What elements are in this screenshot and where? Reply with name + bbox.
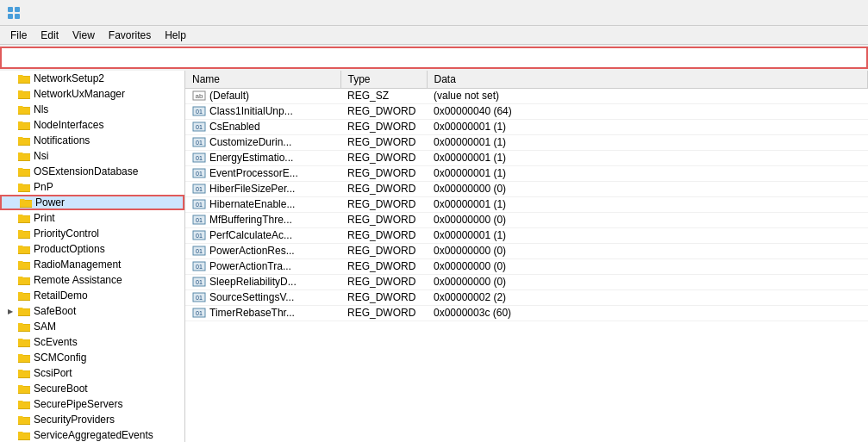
cell-name: 01SourceSettingsV... (185, 289, 340, 305)
cell-type: REG_DWORD (340, 150, 427, 165)
expand-safeboot-icon: ▶ (3, 304, 17, 318)
cell-name: 01Class1InitialUnp... (185, 103, 340, 119)
tree-item-scevents[interactable]: ScEvents (0, 334, 184, 350)
cell-name: 01HibernateEnable... (185, 196, 340, 212)
tree-item-secureboot[interactable]: SecureBoot (0, 381, 184, 396)
svg-rect-1 (15, 7, 20, 12)
close-button[interactable] (822, 0, 861, 26)
expand-icon (3, 180, 17, 194)
cell-type: REG_DWORD (340, 181, 427, 196)
tree-item-nsi[interactable]: Nsi (0, 148, 184, 164)
svg-text:01: 01 (196, 109, 203, 115)
tree-item-sam[interactable]: SAM (0, 319, 184, 334)
table-row[interactable]: 01PerfCalculateAc...REG_DWORD0x00000001 … (185, 227, 868, 243)
cell-type: REG_DWORD (340, 227, 427, 243)
maximize-button[interactable] (782, 0, 821, 26)
tree-item-prioritycontrol[interactable]: PriorityControl (0, 226, 184, 241)
table-row[interactable]: 01MfBufferingThre...REG_DWORD0x00000000 … (185, 212, 868, 227)
window-controls (741, 0, 861, 26)
table-row[interactable]: 01HiberFileSizePer...REG_DWORD0x00000000… (185, 181, 868, 196)
table-row[interactable]: 01EnergyEstimatio...REG_DWORD0x00000001 … (185, 150, 868, 165)
tree-item-nodeinterfaces[interactable]: NodeInterfaces (0, 117, 184, 133)
expand-icon (3, 227, 17, 240)
folder-icon (17, 134, 31, 146)
address-bar[interactable] (0, 47, 868, 69)
tree-label: SecurePipeServers (34, 398, 122, 410)
cell-type: REG_DWORD (340, 165, 427, 181)
col-header-type[interactable]: Type (340, 71, 427, 88)
menu-file[interactable]: File (3, 28, 34, 43)
menu-bar: File Edit View Favorites Help (0, 26, 868, 45)
svg-text:01: 01 (196, 310, 203, 316)
expand-icon (3, 413, 17, 426)
tree-item-networkuxmanager[interactable]: NetworkUxManager (0, 86, 184, 102)
table-row[interactable]: 01SourceSettingsV...REG_DWORD0x00000002 … (185, 289, 868, 305)
menu-help[interactable]: Help (158, 28, 193, 43)
tree-item-retaildemo[interactable]: RetailDemo (0, 288, 184, 303)
col-header-data[interactable]: Data (427, 71, 868, 88)
entry-name: PowerActionTra... (209, 260, 291, 272)
tree-item-notifications[interactable]: Notifications (0, 133, 184, 148)
col-header-name[interactable]: Name (185, 71, 340, 88)
dword-icon: 01 (192, 105, 206, 117)
tree-item-scmconfig[interactable]: SCMConfig (0, 350, 184, 365)
folder-icon (17, 88, 31, 100)
table-row[interactable]: 01CustomizeDurin...REG_DWORD0x00000001 (… (185, 134, 868, 150)
svg-text:01: 01 (196, 295, 203, 301)
tree-item-networksetup2[interactable]: NetworkSetup2 (0, 71, 184, 86)
dword-icon: 01 (192, 245, 206, 257)
dword-icon: 01 (192, 198, 206, 210)
table-row[interactable]: 01SleepReliabilityD...REG_DWORD0x0000000… (185, 274, 868, 289)
tree-item-print[interactable]: Print (0, 210, 184, 226)
svg-text:01: 01 (196, 279, 203, 285)
minimize-button[interactable] (741, 0, 780, 26)
tree-label: ProductOptions (34, 243, 105, 255)
folder-icon (17, 72, 31, 84)
tree-item-serviceaggregatedevents[interactable]: ServiceAggregatedEvents (0, 427, 184, 442)
dword-icon: 01 (192, 307, 206, 319)
tree-item-scsiport[interactable]: ScsiPort (0, 365, 184, 381)
tree-item-osextensiondatabase[interactable]: OSExtensionDatabase (0, 164, 184, 179)
table-row[interactable]: 01PowerActionRes...REG_DWORD0x00000000 (… (185, 243, 868, 258)
tree-item-securepipeservers[interactable]: SecurePipeServers (0, 396, 184, 412)
folder-icon (17, 305, 31, 317)
cell-name: 01MfBufferingThre... (185, 212, 340, 227)
folder-icon (17, 383, 31, 395)
folder-icon (17, 258, 31, 271)
table-row[interactable]: 01PowerActionTra...REG_DWORD0x00000000 (… (185, 258, 868, 274)
tree-item-radiomanagement[interactable]: RadioManagement (0, 257, 184, 272)
folder-icon (17, 274, 31, 286)
svg-text:01: 01 (196, 186, 203, 192)
svg-rect-0 (8, 7, 13, 12)
folder-icon (17, 103, 31, 115)
svg-rect-3 (15, 14, 20, 19)
table-row[interactable]: 01CsEnabledREG_DWORD0x00000001 (1) (185, 119, 868, 134)
cell-name: 01CsEnabled (185, 119, 340, 134)
cell-name: 01TimerRebaseThr... (185, 305, 340, 321)
tree-panel[interactable]: NetworkSetup2 NetworkUxManager Nls NodeI… (0, 71, 185, 442)
menu-view[interactable]: View (66, 28, 102, 43)
dword-icon: 01 (192, 183, 206, 195)
tree-item-pnp[interactable]: PnP (0, 179, 184, 195)
entry-name: HibernateEnable... (209, 198, 295, 210)
menu-favorites[interactable]: Favorites (102, 28, 158, 43)
cell-type: REG_DWORD (340, 212, 427, 227)
cell-name: 01PowerActionTra... (185, 258, 340, 274)
cell-data: 0x00000001 (1) (427, 150, 868, 165)
menu-edit[interactable]: Edit (34, 28, 66, 43)
table-row[interactable]: ab(Default)REG_SZ(value not set) (185, 88, 868, 103)
tree-item-securityproviders[interactable]: SecurityProviders (0, 412, 184, 427)
table-row[interactable]: 01EventProcessorE...REG_DWORD0x00000001 … (185, 165, 868, 181)
table-row[interactable]: 01TimerRebaseThr...REG_DWORD0x0000003c (… (185, 305, 868, 321)
dword-icon: 01 (192, 291, 206, 303)
table-row[interactable]: 01HibernateEnable...REG_DWORD0x00000001 … (185, 196, 868, 212)
expand-icon (3, 165, 17, 178)
tree-item-safeboot[interactable]: ▶ SafeBoot (0, 303, 184, 319)
table-row[interactable]: 01Class1InitialUnp...REG_DWORD0x00000040… (185, 103, 868, 119)
dword-icon: 01 (192, 229, 206, 241)
tree-item-productoptions[interactable]: ProductOptions (0, 241, 184, 257)
tree-item-remoteassistance[interactable]: Remote Assistance (0, 272, 184, 288)
tree-item-power[interactable]: Power (0, 195, 184, 210)
tree-item-nls[interactable]: Nls (0, 102, 184, 117)
svg-text:01: 01 (196, 233, 203, 239)
